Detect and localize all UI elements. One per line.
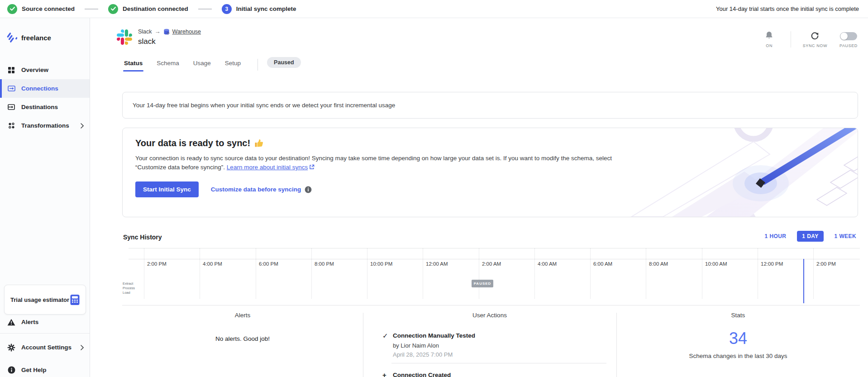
sync-now-label: SYNC NOW [803, 43, 827, 48]
range-1-week[interactable]: 1 WEEK [833, 231, 858, 242]
tab-usage[interactable]: Usage [192, 60, 212, 72]
tab-schema[interactable]: Schema [156, 60, 180, 72]
paused-chip: PAUSED [472, 280, 493, 287]
range-selector: 1 HOUR 1 DAY 1 WEEK [763, 231, 858, 242]
refresh-icon [811, 30, 819, 40]
sidebar-nav: Overview Connections [0, 61, 90, 135]
sidebar-item-label: Connections [21, 85, 58, 92]
step-number-badge: 3 [222, 4, 232, 14]
calculator-icon [70, 294, 80, 305]
trial-usage-estimator-card[interactable]: Trial usage estimator [4, 285, 86, 315]
destinations-icon [7, 103, 15, 111]
chart-row-labels: Extract Process Load [123, 282, 135, 295]
range-1-day[interactable]: 1 DAY [797, 231, 823, 242]
row-label-extract: Extract [123, 282, 135, 286]
user-action-entry: ✓ Connection Manually Tested by Lior Nai… [382, 332, 606, 358]
bottom-panels: Alerts No alerts. Good job! User Actions… [122, 305, 860, 377]
thumbs-up-icon [254, 138, 264, 148]
chart-axis-line [129, 259, 860, 259]
external-link-icon [309, 164, 315, 170]
row-label-process: Process [123, 286, 135, 291]
sidebar-divider [0, 333, 90, 334]
chevron-right-icon [81, 345, 84, 350]
sidebar-item-label: Overview [21, 67, 48, 73]
connection-controls: ON SYNC NOW PAUSED [760, 30, 858, 48]
sync-now-button[interactable]: SYNC NOW [803, 30, 827, 48]
source-name: Slack [138, 28, 152, 35]
start-initial-sync-button[interactable]: Start Initial Sync [135, 181, 199, 197]
chevron-right-icon [81, 123, 84, 129]
tick-label: 6:00 PM [259, 261, 278, 267]
sidebar-item-label: Account Settings [21, 344, 72, 351]
learn-more-link[interactable]: Learn more about initial syncs [227, 164, 308, 171]
step-label: Source connected [22, 5, 75, 12]
customize-data-link-label: Customize data before syncing [211, 186, 301, 193]
destination-link[interactable]: Warehouse [172, 28, 201, 35]
range-1-hour[interactable]: 1 HOUR [763, 231, 788, 242]
sidebar-item-get-help[interactable]: Get Help [0, 361, 90, 377]
tick-label: 2:00 PM [816, 261, 836, 267]
chart-gridline [590, 248, 591, 299]
schema-changes-count: 34 [616, 330, 860, 347]
alerts-panel: Alerts No alerts. Good job! [122, 305, 363, 377]
toggle-knob [840, 33, 848, 40]
user-action-title: Connection Created [393, 371, 451, 377]
grid-icon [7, 66, 15, 74]
main-content: Slack → Warehouse slack [90, 18, 868, 377]
check-circle-icon [108, 4, 118, 14]
tick-label: 4:00 PM [203, 261, 222, 267]
tick-label: 2:00 AM [482, 261, 501, 267]
chart-gridline [200, 248, 200, 299]
chart-top-line [129, 248, 860, 248]
onboarding-progress-bar: Source connected Destination connected 3… [0, 0, 868, 18]
brand-name: freelance [21, 34, 51, 42]
row-label-load: Load [123, 291, 135, 295]
connections-icon [7, 85, 15, 93]
breadcrumb: Slack → Warehouse [138, 28, 201, 35]
schema-changes-caption: Schema changes in the last 30 days [616, 353, 860, 359]
tab-bar: Status Schema Usage Setup Paused [123, 60, 301, 72]
alerts-empty-text: No alerts. Good job! [122, 335, 363, 342]
sidebar-item-destinations[interactable]: Destinations [0, 98, 90, 116]
sidebar-item-transformations[interactable]: Transformations [0, 116, 90, 135]
step-initial-sync: 3 Initial sync complete [222, 4, 296, 14]
user-action-by: by Lior Naim Alon [393, 342, 475, 349]
sync-history-chart: 2:00 PM 4:00 PM 6:00 PM 8:00 PM 10:00 PM… [122, 248, 860, 305]
bell-icon [764, 30, 774, 40]
tick-label: 10:00 AM [705, 261, 727, 267]
sidebar-item-label: Destinations [21, 104, 58, 110]
step-connector [85, 9, 98, 10]
arrow-right-icon: → [155, 28, 161, 35]
app-window: Source connected Destination connected 3… [0, 0, 868, 377]
plus-icon: + [382, 371, 390, 377]
sidebar-item-alerts[interactable]: Alerts [0, 313, 90, 331]
tick-label: 4:00 AM [538, 261, 557, 267]
user-action-title: Connection Manually Tested [393, 332, 475, 340]
tab-setup[interactable]: Setup [224, 60, 242, 72]
sidebar-item-account-settings[interactable]: Account Settings [0, 338, 90, 357]
paused-toggle[interactable] [840, 32, 857, 40]
ready-card-body: Your connection is ready to sync source … [135, 154, 613, 172]
user-actions-divider [391, 363, 606, 363]
customize-data-link[interactable]: Customize data before syncing [211, 186, 312, 193]
tick-label: 6:00 AM [593, 261, 612, 267]
pause-toggle-control[interactable]: PAUSED [839, 30, 858, 48]
sidebar: freelance Overview [0, 18, 90, 377]
tab-status[interactable]: Status [123, 60, 143, 72]
ready-to-sync-card: Your data is ready to sync! Your connect… [122, 128, 858, 217]
user-action-date: April 28, 2025 7:00 PM [393, 351, 475, 358]
warehouse-icon [163, 29, 170, 35]
sidebar-item-overview[interactable]: Overview [0, 61, 90, 79]
chart-gridline [144, 248, 144, 299]
connection-header: Slack → Warehouse slack [117, 28, 201, 46]
brand[interactable]: freelance [6, 32, 51, 44]
chart-gridline [256, 248, 256, 299]
pipeline-illustration [604, 128, 858, 217]
tick-label: 8:00 PM [315, 261, 334, 267]
notifications-control[interactable]: ON [760, 30, 779, 48]
stats-panel: Stats 34 Schema changes in the last 30 d… [616, 305, 860, 377]
controls-divider [791, 31, 791, 48]
sidebar-item-connections[interactable]: Connections [0, 79, 90, 98]
status-badge: Paused [267, 57, 300, 68]
ready-card-content: Your data is ready to sync! Your connect… [135, 138, 613, 197]
